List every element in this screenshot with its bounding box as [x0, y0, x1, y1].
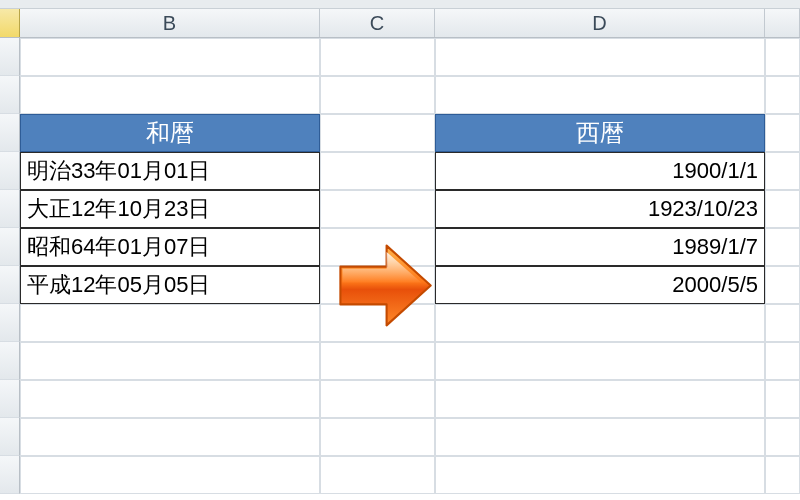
cell[interactable]	[765, 114, 800, 152]
cell-seireki[interactable]: 1900/1/1	[435, 152, 765, 190]
cell-wareki[interactable]: 昭和64年01月07日	[20, 228, 320, 266]
cell-wareki[interactable]: 平成12年05月05日	[20, 266, 320, 304]
column-header-e[interactable]	[765, 9, 800, 37]
row-header[interactable]	[0, 380, 20, 418]
cell[interactable]	[765, 304, 800, 342]
cell-wareki[interactable]: 明治33年01月01日	[20, 152, 320, 190]
cell[interactable]	[20, 418, 320, 456]
column-header-d[interactable]: D	[435, 9, 765, 37]
cell[interactable]	[320, 342, 435, 380]
grid-row: 大正12年10月23日 1923/10/23	[0, 190, 800, 228]
column-header-b[interactable]: B	[20, 9, 320, 37]
cell[interactable]	[765, 266, 800, 304]
cell[interactable]	[435, 380, 765, 418]
cell-seireki[interactable]: 1923/10/23	[435, 190, 765, 228]
cell[interactable]	[765, 190, 800, 228]
grid-row	[0, 380, 800, 418]
grid-row	[0, 38, 800, 76]
cell[interactable]	[320, 456, 435, 494]
grid-row	[0, 342, 800, 380]
grid-row	[0, 76, 800, 114]
cell[interactable]	[435, 456, 765, 494]
spreadsheet-view: B C D 和暦 西暦	[0, 0, 800, 500]
cell[interactable]	[20, 76, 320, 114]
row-header[interactable]	[0, 152, 20, 190]
cell[interactable]	[20, 304, 320, 342]
header-wareki[interactable]: 和暦	[20, 114, 320, 152]
cell[interactable]	[435, 38, 765, 76]
cell[interactable]	[320, 380, 435, 418]
header-seireki[interactable]: 西暦	[435, 114, 765, 152]
cell[interactable]	[765, 342, 800, 380]
select-all-corner[interactable]	[0, 9, 20, 37]
row-header[interactable]	[0, 342, 20, 380]
cell-seireki[interactable]: 1989/1/7	[435, 228, 765, 266]
cell[interactable]	[320, 38, 435, 76]
cell[interactable]	[20, 342, 320, 380]
grid-row	[0, 418, 800, 456]
cell[interactable]	[20, 456, 320, 494]
row-header[interactable]	[0, 304, 20, 342]
row-header[interactable]	[0, 456, 20, 494]
grid-row: 昭和64年01月07日 1989/1/7	[0, 228, 800, 266]
grid-row: 和暦 西暦	[0, 114, 800, 152]
ribbon-edge	[0, 0, 800, 9]
grid-row	[0, 304, 800, 342]
cell[interactable]	[320, 304, 435, 342]
cell[interactable]	[765, 76, 800, 114]
cell[interactable]	[320, 418, 435, 456]
cell[interactable]	[435, 304, 765, 342]
cell[interactable]	[435, 418, 765, 456]
grid-row	[0, 456, 800, 494]
cell[interactable]	[320, 76, 435, 114]
cell[interactable]	[320, 266, 435, 304]
grid-row: 明治33年01月01日 1900/1/1	[0, 152, 800, 190]
cell[interactable]	[20, 380, 320, 418]
cell[interactable]	[765, 38, 800, 76]
cell[interactable]	[320, 114, 435, 152]
column-header-row: B C D	[0, 9, 800, 38]
cell[interactable]	[320, 228, 435, 266]
cell[interactable]	[320, 152, 435, 190]
row-header[interactable]	[0, 266, 20, 304]
grid-row: 平成12年05月05日 2000/5/5	[0, 266, 800, 304]
cell-seireki[interactable]: 2000/5/5	[435, 266, 765, 304]
cell[interactable]	[765, 228, 800, 266]
row-header[interactable]	[0, 76, 20, 114]
row-header[interactable]	[0, 418, 20, 456]
cell[interactable]	[765, 380, 800, 418]
cell[interactable]	[765, 152, 800, 190]
grid-area: 和暦 西暦 明治33年01月01日 1900/1/1 大正12年10月23日 1…	[0, 38, 800, 494]
cell[interactable]	[435, 76, 765, 114]
row-header[interactable]	[0, 228, 20, 266]
cell[interactable]	[435, 342, 765, 380]
cell[interactable]	[20, 38, 320, 76]
cell[interactable]	[765, 418, 800, 456]
cell[interactable]	[320, 190, 435, 228]
cell[interactable]	[765, 456, 800, 494]
row-header[interactable]	[0, 190, 20, 228]
column-header-c[interactable]: C	[320, 9, 435, 37]
cell-wareki[interactable]: 大正12年10月23日	[20, 190, 320, 228]
row-header[interactable]	[0, 38, 20, 76]
row-header[interactable]	[0, 114, 20, 152]
